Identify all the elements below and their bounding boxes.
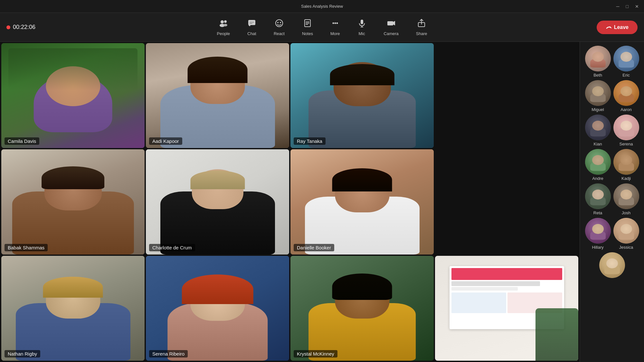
sidebar-participant-kian[interactable]: Kian bbox=[585, 115, 611, 146]
phone-icon bbox=[606, 24, 611, 30]
mic-label: Mic bbox=[358, 31, 365, 36]
toolbar: 00:22:06 People bbox=[0, 13, 644, 42]
toolbar-left: 00:22:06 bbox=[6, 24, 164, 31]
sidebar-participant-eric[interactable]: Eric bbox=[613, 46, 639, 78]
more-button[interactable]: More bbox=[327, 17, 344, 38]
sidebar-participant-reta[interactable]: Reta bbox=[585, 183, 611, 215]
svg-rect-13 bbox=[306, 24, 308, 25]
video-cell-ray[interactable]: Ray Tanaka bbox=[290, 43, 434, 148]
share-icon bbox=[417, 19, 426, 30]
people-label: People bbox=[217, 31, 230, 36]
svg-point-3 bbox=[223, 24, 227, 26]
sidebar-participant-aaron[interactable]: Aaron bbox=[613, 80, 639, 112]
sidebar-avatar-josh bbox=[613, 183, 639, 209]
sidebar: Beth Eric bbox=[580, 42, 644, 362]
sidebar-participant-beth[interactable]: Beth bbox=[585, 46, 611, 78]
sidebar-name-reta: Reta bbox=[593, 210, 602, 215]
sidebar-name-andre: Andre bbox=[592, 176, 603, 181]
sidebar-avatar-andre bbox=[585, 149, 611, 175]
people-button[interactable]: People bbox=[213, 17, 234, 38]
sidebar-avatar-kian bbox=[585, 115, 611, 140]
participant-name-ray: Ray Tanaka bbox=[294, 137, 326, 145]
sidebar-participant-serena[interactable]: Serena bbox=[613, 115, 639, 146]
video-cell-serena-r[interactable]: Serena Ribeiro bbox=[146, 256, 289, 361]
minimize-button[interactable]: ─ bbox=[616, 4, 620, 9]
sidebar-name-beth: Beth bbox=[593, 73, 602, 78]
sidebar-avatar-miguel bbox=[585, 80, 611, 106]
svg-rect-6 bbox=[250, 23, 252, 24]
svg-rect-11 bbox=[306, 22, 309, 22]
video-cell-presentation[interactable] bbox=[435, 256, 578, 361]
video-cell-empty-col4-row2 bbox=[435, 149, 578, 254]
video-cell-charlotte[interactable]: Charlotte de Crum bbox=[146, 149, 289, 254]
svg-point-15 bbox=[334, 22, 336, 24]
react-button[interactable]: React bbox=[270, 17, 289, 38]
sidebar-avatar-kadji bbox=[613, 149, 639, 175]
notes-icon bbox=[303, 19, 312, 30]
video-cell-danielle[interactable]: Danielle Booker bbox=[290, 149, 434, 254]
svg-rect-5 bbox=[250, 22, 254, 23]
sidebar-participant-hillary[interactable]: Hillary bbox=[585, 218, 611, 250]
sidebar-row-2: Miguel Aaron bbox=[582, 80, 641, 112]
video-cell-camila[interactable]: Camila Davis bbox=[1, 43, 145, 148]
svg-point-9 bbox=[280, 22, 281, 23]
sidebar-avatar-bottom bbox=[599, 252, 625, 278]
chat-button[interactable]: Chat bbox=[243, 17, 260, 38]
share-button[interactable]: Share bbox=[412, 17, 431, 38]
video-cell-krystal[interactable]: Krystal McKinney bbox=[290, 256, 434, 361]
people-icon bbox=[219, 19, 228, 30]
mic-icon bbox=[357, 19, 366, 30]
notes-button[interactable]: Notes bbox=[298, 17, 317, 38]
maximize-button[interactable]: □ bbox=[626, 4, 629, 9]
svg-point-1 bbox=[224, 20, 227, 23]
notes-label: Notes bbox=[302, 31, 313, 36]
sidebar-participant-josh[interactable]: Josh bbox=[613, 183, 639, 215]
mic-button[interactable]: Mic bbox=[354, 17, 370, 38]
video-cell-aadi[interactable]: Aadi Kapoor bbox=[146, 43, 289, 148]
video-cell-nathan[interactable]: Nathan Rigby bbox=[1, 256, 145, 361]
sidebar-participant-andre[interactable]: Andre bbox=[585, 149, 611, 181]
sidebar-name-serena: Serena bbox=[620, 142, 633, 146]
window-title: Sales Analysis Review bbox=[301, 4, 343, 9]
camera-button[interactable]: Camera bbox=[380, 17, 402, 38]
sidebar-participant-bottom[interactable] bbox=[599, 252, 625, 278]
sidebar-name-aaron: Aaron bbox=[620, 107, 632, 112]
sidebar-avatar-jessica bbox=[613, 218, 639, 244]
main-content: Camila Davis Aadi Kapoor Ray Tanaka bbox=[0, 42, 644, 362]
svg-line-23 bbox=[610, 27, 611, 28]
sidebar-participant-kadji[interactable]: Kadji bbox=[613, 149, 639, 181]
sidebar-participant-jessica[interactable]: Jessica bbox=[613, 218, 639, 250]
sidebar-row-7 bbox=[582, 252, 641, 278]
sidebar-avatar-hillary bbox=[585, 218, 611, 244]
react-label: React bbox=[274, 31, 285, 36]
sidebar-avatar-aaron bbox=[613, 80, 639, 106]
sidebar-participant-miguel[interactable]: Miguel bbox=[585, 80, 611, 112]
sidebar-name-eric: Eric bbox=[622, 73, 630, 78]
participant-name-nathan: Nathan Rigby bbox=[5, 350, 40, 357]
svg-point-0 bbox=[221, 20, 224, 23]
leave-button[interactable]: Leave bbox=[597, 21, 638, 34]
svg-rect-17 bbox=[361, 20, 363, 24]
sidebar-name-kadji: Kadji bbox=[621, 176, 631, 181]
window-controls: ─ □ ✕ bbox=[616, 4, 639, 9]
camera-label: Camera bbox=[384, 31, 399, 36]
svg-point-16 bbox=[336, 22, 338, 24]
chat-label: Chat bbox=[247, 31, 256, 36]
toolbar-center: People Chat Reac bbox=[164, 17, 480, 38]
more-icon bbox=[331, 19, 340, 30]
sidebar-row-5: Reta Josh bbox=[582, 183, 641, 215]
video-cell-empty-col4-row1 bbox=[435, 43, 578, 148]
video-cell-babak[interactable]: Babak Shammas bbox=[1, 149, 145, 254]
sidebar-name-josh: Josh bbox=[622, 210, 630, 215]
recording-indicator bbox=[6, 25, 10, 29]
participant-name-serena-r: Serena Ribeiro bbox=[149, 350, 188, 357]
sidebar-row-3: Kian Serena bbox=[582, 115, 641, 146]
sidebar-row-4: Andre Kadji bbox=[582, 149, 641, 181]
more-label: More bbox=[330, 31, 340, 36]
camera-icon bbox=[387, 19, 396, 30]
toolbar-right: Leave bbox=[480, 21, 638, 34]
svg-point-7 bbox=[276, 20, 283, 27]
sidebar-avatar-eric bbox=[613, 46, 639, 71]
close-button[interactable]: ✕ bbox=[635, 4, 639, 9]
svg-marker-21 bbox=[393, 21, 395, 25]
